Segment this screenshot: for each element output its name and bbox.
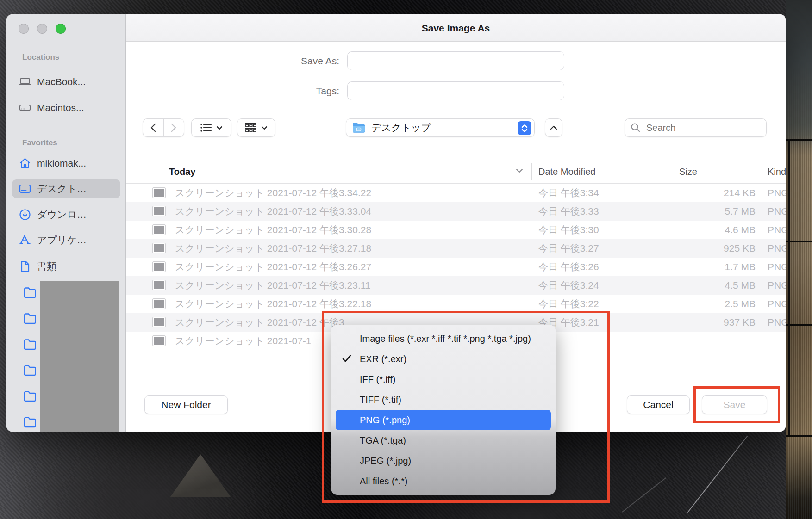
title-bar: Save Image As: [126, 14, 786, 42]
menu-item-tga[interactable]: TGA (*.tga): [331, 430, 556, 451]
minimize-window-button[interactable]: [37, 24, 47, 34]
cancel-button[interactable]: Cancel: [627, 395, 690, 414]
file-thumbnail: [153, 317, 165, 327]
nav-segmented-control: [143, 118, 184, 137]
chevron-down-icon: [261, 126, 268, 130]
file-row: スクリーンショット 2021-07-12 午後3.22.18 今日 午後3:22…: [126, 295, 786, 313]
new-folder-button[interactable]: New Folder: [144, 395, 228, 414]
list-view-button[interactable]: [191, 118, 231, 137]
zoom-window-button[interactable]: [56, 24, 66, 34]
sidebar-item-desktop[interactable]: デスクト…: [12, 179, 120, 198]
file-list: スクリーンショット 2021-07-12 午後3.34.22 今日 午後3:34…: [126, 184, 786, 346]
menu-item-image-files[interactable]: Image files (*.exr *.iff *.tif *.png *.t…: [331, 328, 556, 349]
file-row: スクリーンショット 2021-07-12 午後3.30.28 今日 午後3:30…: [126, 221, 786, 239]
folder-icon[interactable]: [23, 364, 37, 376]
tags-input[interactable]: [347, 81, 564, 100]
background-wood-fence: [786, 0, 812, 519]
sidebar-item-documents[interactable]: 書類: [12, 257, 120, 276]
folder-icon[interactable]: [23, 416, 37, 428]
folder-icon[interactable]: [23, 390, 37, 402]
sidebar-item-label: アプリケ…: [37, 234, 87, 247]
desktop-icon: [19, 182, 31, 195]
sidebar-item-macbook[interactable]: MacBook...: [12, 73, 120, 91]
forward-button[interactable]: [163, 118, 184, 137]
file-row: スクリーンショット 2021-07-12 午後3.26.27 今日 午後3:26…: [126, 258, 786, 276]
tags-label: Tags:: [247, 86, 339, 97]
collapse-expand-button[interactable]: [545, 118, 562, 137]
search-icon: [631, 123, 641, 133]
file-row: スクリーンショット 2021-07-12 午後3.27.18 今日 午後3:27…: [126, 239, 786, 258]
group-header-today[interactable]: Today: [169, 159, 195, 184]
file-thumbnail: [153, 299, 165, 309]
menu-item-all-files[interactable]: All files (*.*): [331, 471, 556, 491]
file-thumbnail: [153, 225, 165, 235]
sidebar-item-label: デスクト…: [37, 182, 87, 195]
column-header-size[interactable]: Size: [679, 159, 697, 184]
file-thumbnail: [153, 280, 165, 290]
grid-view-button[interactable]: [237, 118, 275, 137]
file-row: スクリーンショット 2021-07-12 午後3.34.22 今日 午後3:34…: [126, 184, 786, 202]
favorites-header: Favorites: [22, 138, 57, 148]
sidebar-item-macintosh-hd[interactable]: Macintos...: [12, 99, 120, 117]
harddrive-icon: [19, 101, 31, 114]
folder-icon[interactable]: [23, 286, 37, 298]
sidebar-item-label: mikiomak...: [37, 158, 86, 169]
file-thumbnail: [153, 336, 165, 346]
file-thumbnail: [153, 188, 165, 198]
home-icon: [19, 157, 31, 170]
menu-item-png-highlighted[interactable]: PNG (*.png): [336, 410, 551, 430]
file-format-menu: Image files (*.exr *.iff *.tif *.png *.t…: [331, 325, 556, 495]
checkmark-icon: [342, 354, 351, 363]
list-view-icon: [200, 123, 212, 133]
save-as-input[interactable]: [347, 51, 564, 70]
file-thumbnail: [153, 206, 165, 216]
laptop-icon: [19, 75, 31, 88]
folder-location-value: デスクトップ: [371, 121, 431, 134]
locations-header: Locations: [22, 53, 59, 62]
sidebar-item-downloads[interactable]: ダウンロ…: [12, 205, 120, 224]
menu-item-tiff[interactable]: TIFF (*.tif): [331, 389, 556, 410]
save-as-label: Save As:: [247, 56, 339, 67]
chevron-down-icon: [216, 126, 223, 130]
file-row: スクリーンショット 2021-07-12 午後3.33.04 今日 午後3:33…: [126, 202, 786, 221]
sidebar-item-label: Macintos...: [37, 102, 84, 113]
sidebar-item-label: ダウンロ…: [37, 208, 87, 221]
sidebar-item-label: MacBook...: [37, 76, 86, 87]
back-button[interactable]: [143, 118, 163, 137]
sidebar: Locations MacBook... Macintos... Favorit…: [6, 14, 126, 432]
menu-item-jpeg[interactable]: JPEG (*.jpg): [331, 451, 556, 471]
menu-item-iff[interactable]: IFF (*.iff): [331, 369, 556, 389]
grid-view-icon: [245, 122, 257, 133]
sort-chevron-icon[interactable]: [516, 168, 523, 173]
menu-item-exr[interactable]: EXR (*.exr): [331, 349, 556, 369]
stepper-icon: [518, 121, 531, 135]
sidebar-item-applications[interactable]: アプリケ…: [12, 231, 120, 249]
blue-folder-icon: [352, 122, 366, 134]
redaction-overlay: [40, 281, 119, 432]
search-input[interactable]: [645, 122, 752, 134]
sidebar-item-label: 書類: [37, 260, 56, 273]
close-window-button[interactable]: [19, 24, 29, 34]
search-field[interactable]: [625, 118, 767, 137]
download-icon: [19, 208, 31, 221]
dialog-title: Save Image As: [126, 14, 786, 42]
document-icon: [19, 260, 31, 273]
file-thumbnail: [153, 262, 165, 272]
list-header-row: Today Date Modified Size Kind: [126, 159, 786, 184]
appstore-icon: [19, 234, 31, 247]
folder-location-select[interactable]: デスクトップ: [346, 118, 535, 137]
file-row: スクリーンショット 2021-07-12 午後3.23.11 今日 午後3:24…: [126, 276, 786, 295]
column-header-date-modified[interactable]: Date Modified: [538, 159, 595, 184]
chevron-up-icon: [550, 125, 557, 130]
save-button[interactable]: Save: [702, 395, 767, 414]
column-header-kind[interactable]: Kind: [768, 159, 786, 184]
folder-icon[interactable]: [23, 338, 37, 350]
sidebar-item-home[interactable]: mikiomak...: [12, 154, 120, 173]
file-thumbnail: [153, 243, 165, 253]
screenshot-stage: Locations MacBook... Macintos... Favorit…: [0, 0, 812, 519]
folder-icon[interactable]: [23, 312, 37, 324]
